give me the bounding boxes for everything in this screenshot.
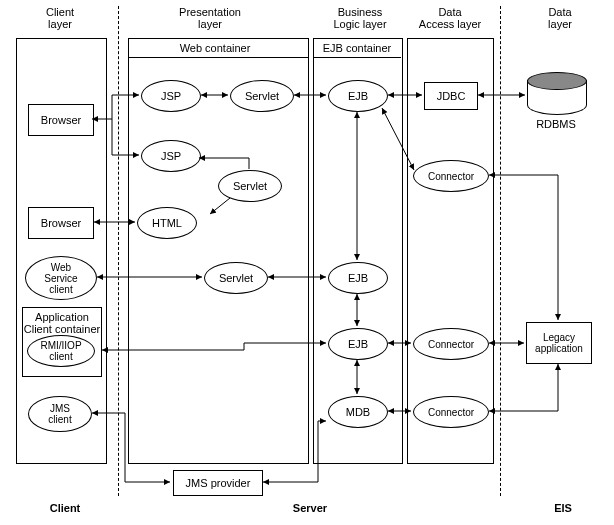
label-business-layer: Business Logic layer: [320, 6, 400, 30]
label-dataaccess-layer: Data Access layer: [410, 6, 490, 30]
node-mdb: MDB: [328, 396, 388, 428]
label-client-layer: Client layer: [30, 6, 90, 30]
node-ejb-2: EJB: [328, 262, 388, 294]
separator-web-container: [128, 57, 308, 58]
node-web-service-client: Web Service client: [25, 256, 97, 300]
node-jms-provider: JMS provider: [173, 470, 263, 496]
node-jdbc: JDBC: [424, 82, 478, 110]
node-connector-2: Connector: [413, 328, 489, 360]
label-presentation-layer: Presentation layer: [165, 6, 255, 30]
node-ejb-1: EJB: [328, 80, 388, 112]
node-jms-client: JMS client: [28, 396, 92, 432]
node-rdbms-top: [527, 72, 587, 90]
node-rmi-client: RMI/IIOP client: [27, 335, 95, 367]
node-servlet-2: Servlet: [218, 170, 282, 202]
node-ejb-3: EJB: [328, 328, 388, 360]
node-servlet-3: Servlet: [204, 262, 268, 294]
label-data-layer: Data layer: [535, 6, 585, 30]
divider-dataaccess-data: [500, 6, 501, 496]
node-connector-3: Connector: [413, 396, 489, 428]
node-html: HTML: [137, 207, 197, 239]
label-footer-client: Client: [40, 502, 90, 514]
node-connector-1: Connector: [413, 160, 489, 192]
node-jsp-2: JSP: [141, 140, 201, 172]
label-rdbms: RDBMS: [527, 118, 585, 130]
architecture-diagram: Client layer Presentation layer Business…: [0, 0, 614, 525]
divider-client-presentation: [118, 6, 119, 496]
node-servlet-1: Servlet: [230, 80, 294, 112]
label-footer-server: Server: [280, 502, 340, 514]
label-web-container: Web container: [160, 42, 270, 54]
node-jsp-1: JSP: [141, 80, 201, 112]
node-browser-2: Browser: [28, 207, 94, 239]
separator-ejb-container: [313, 57, 401, 58]
label-ejb-container: EJB container: [316, 42, 398, 54]
node-browser-1: Browser: [28, 104, 94, 136]
label-footer-eis: EIS: [548, 502, 578, 514]
node-legacy-application: Legacy application: [526, 322, 592, 364]
